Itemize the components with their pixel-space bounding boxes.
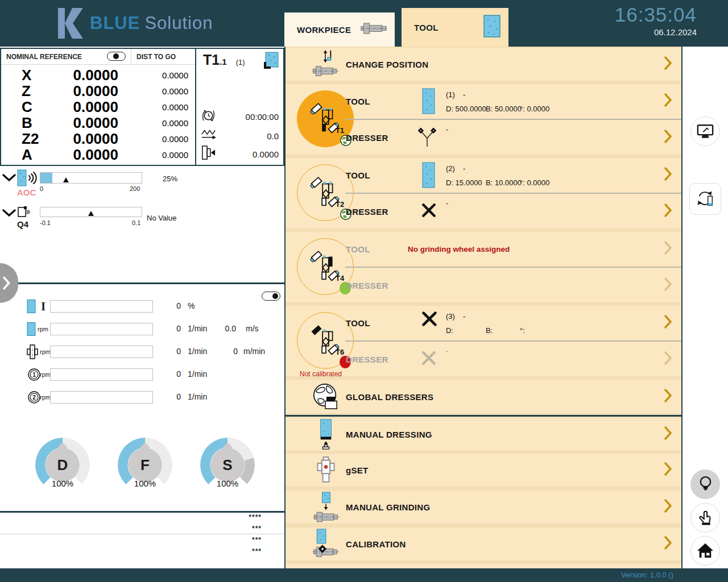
chevron-right-icon	[664, 277, 672, 293]
menu-dresser-t2[interactable]: DRESSER -	[286, 194, 681, 228]
grinding-wheel-icon	[264, 52, 279, 71]
tool-row-label: TOOL	[346, 318, 370, 328]
chevron-right-icon	[664, 130, 672, 146]
menu-global-dressers[interactable]: GLOBAL DRESSERS	[286, 380, 681, 413]
dist-row: 0.0000	[131, 147, 195, 163]
spindle1-speed-input[interactable]	[50, 368, 153, 381]
workpiece-icon	[27, 344, 38, 360]
k-logo-icon	[58, 8, 83, 39]
tool-diameter: D: 500.0000	[446, 105, 486, 113]
gauge-f-percent: 100%	[118, 479, 172, 488]
menu-label: MANUAL DRESSING	[346, 430, 432, 439]
q4-slider[interactable]	[40, 207, 142, 217]
chevron-right-icon	[664, 426, 672, 442]
chevron-down-icon[interactable]	[2, 209, 16, 219]
aoc-slider[interactable]	[40, 172, 142, 184]
footer-bar: Version: 1.0.0 ()	[0, 568, 728, 582]
menu-calibration[interactable]: CALIBRATION	[286, 527, 681, 560]
dresser-row-label: DRESSER	[346, 354, 388, 364]
tab-workpiece[interactable]: WORKPIECE	[284, 13, 395, 47]
screen-edit-icon	[697, 124, 714, 139]
spindle-1-icon: 1	[27, 368, 41, 381]
tool-width: B:	[486, 326, 493, 335]
spindle2-speed-unit: 1/min	[188, 392, 207, 401]
cycle-time-value: 00:00:00	[246, 112, 279, 122]
chevron-right-icon	[664, 351, 672, 367]
wheel-width-row: 0.0000	[201, 146, 279, 163]
spindle1-speed-row: 1 rpm 0 1/min	[0, 367, 284, 382]
dist-row: 0.0000	[131, 115, 195, 131]
menu-label: gSET	[346, 465, 369, 475]
logo-word-solution: Solution	[144, 13, 213, 33]
menu-label: CHANGE POSITION	[346, 60, 428, 69]
wheel-speed-row: rpm 0 1/min 0.0 m/s	[0, 322, 284, 336]
tab-workpiece-label: WORKPIECE	[297, 25, 351, 35]
menu-dresser-t4: DRESSER	[286, 268, 681, 302]
chevron-right-icon	[664, 389, 672, 405]
menu-label: GLOBAL DRESSERS	[346, 392, 433, 401]
tab-tool[interactable]: TOOL	[402, 8, 508, 47]
chevron-right-icon	[664, 462, 672, 478]
menu-change-position[interactable]: CHANGE POSITION	[286, 48, 681, 81]
date-display: 06.12.2024	[615, 27, 697, 37]
home-button[interactable]	[690, 536, 720, 566]
workpiece-speed-value: 0	[164, 347, 181, 356]
chevron-down-icon[interactable]	[2, 174, 16, 184]
menu-tool-t1[interactable]: TOOL (1)- D: 500.0000 B: 50.0000 °: 0.00…	[286, 84, 681, 118]
flyout-handle[interactable]	[0, 263, 18, 303]
q4-row: Q4 -0.1 0.1 No Value	[0, 205, 284, 233]
workpiece-icon	[361, 22, 387, 37]
light-button[interactable]	[690, 469, 720, 499]
spindle1-speed-value: 0	[164, 369, 181, 379]
menu-dresser-t6: DRESSER -	[286, 342, 681, 376]
wheel-speed-input[interactable]	[50, 323, 153, 335]
tool-angle: °: 0.0000	[520, 105, 549, 113]
aoc-marker-icon	[63, 177, 69, 182]
grinding-wheel-icon	[27, 300, 36, 314]
menu-dresser-t1[interactable]: DRESSER -	[286, 120, 681, 155]
dist-row: 0.0000	[131, 99, 195, 115]
nominal-reference-toggle[interactable]	[107, 52, 126, 61]
tool-row-label: TOOL	[346, 244, 370, 254]
gauge-letter: D	[46, 448, 80, 482]
spindle-2-icon: 2	[27, 390, 41, 404]
menu-label: MANUAL GRINDING	[346, 502, 430, 512]
active-tool-suffix: .1	[220, 57, 227, 66]
spindle2-speed-input[interactable]	[50, 391, 153, 404]
manual-mode-button[interactable]	[690, 503, 720, 533]
wheel-speed-value2: 0.0	[219, 324, 236, 333]
menu-tool-t6[interactable]: TOOL (3)- D: B: °:	[286, 306, 681, 340]
menu-gset[interactable]: gSET	[286, 454, 681, 487]
active-tool-panel: T1.1 (1)	[197, 49, 284, 165]
workpiece-speed-input[interactable]	[50, 346, 153, 358]
tool-change-button[interactable]	[689, 183, 721, 215]
current-value: 0	[164, 301, 181, 310]
dist-row: 0.0000	[131, 83, 195, 99]
hand-icon	[698, 509, 713, 527]
time-display: 16:35:04	[615, 3, 697, 26]
rpm-symbol: rpm	[38, 326, 48, 332]
dresser-name: -	[446, 347, 448, 355]
gauge-d-percent: 100%	[35, 479, 90, 488]
gset-probe-icon	[307, 454, 345, 487]
aoc-value: 25%	[163, 174, 177, 183]
tool-warning: No grinding wheel assigned	[408, 245, 510, 253]
current-input[interactable]	[50, 300, 153, 313]
screen-edit-button[interactable]	[690, 117, 720, 146]
menu-manual-grinding[interactable]: MANUAL GRINDING	[286, 490, 681, 523]
program-line: ***	[252, 536, 262, 544]
workpiece-speed-unit: 1/min	[188, 347, 207, 356]
q4-max: 0.1	[132, 219, 140, 226]
tool-name: -	[463, 312, 465, 321]
gauge-letter: S	[210, 448, 245, 482]
menu-manual-dressing[interactable]: MANUAL DRESSING	[286, 418, 681, 451]
dresser-row-label: DRESSER	[346, 132, 388, 142]
program-line: ****	[249, 513, 262, 521]
dresser-name: -	[446, 199, 448, 207]
dist-row: 0.0000	[131, 67, 195, 83]
menu-tool-t2[interactable]: TOOL (2)- D: 15.0000 B: 10.0000 °: 0.000…	[286, 158, 681, 192]
current-symbol: I	[41, 300, 46, 314]
cycle-time-row: 00:00:00	[201, 108, 279, 125]
spindle2-speed-value: 0	[164, 392, 181, 401]
dresser-fork-icon	[414, 125, 440, 150]
